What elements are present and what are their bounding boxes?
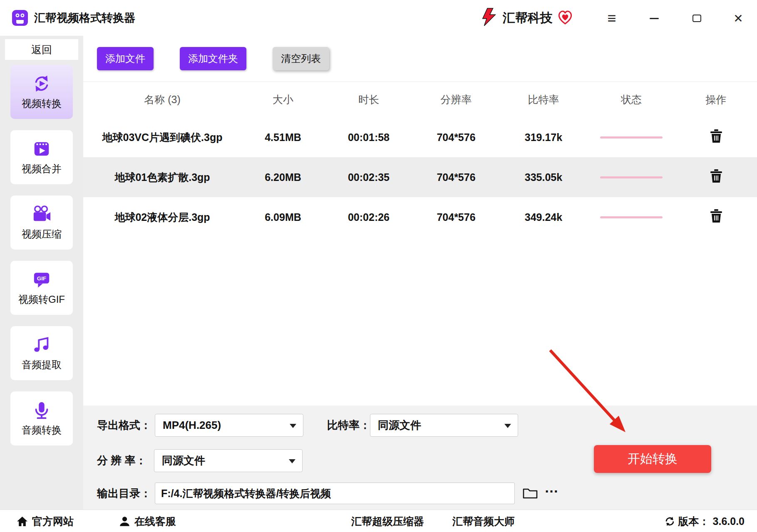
video-merge-icon [32, 139, 51, 158]
clear-list-button[interactable]: 清空列表 [273, 47, 329, 70]
back-button[interactable]: 返回 [5, 39, 78, 60]
file-duration: 00:02:35 [325, 171, 413, 183]
minimize-icon [650, 18, 659, 19]
home-icon [17, 516, 28, 527]
list-empty-space [83, 237, 757, 406]
file-name: 地球01色素扩散.3gp [83, 171, 241, 184]
file-bitrate: 335.05k [499, 171, 588, 183]
column-header-resolution: 分辨率 [413, 93, 499, 106]
file-bitrate: 349.24k [499, 211, 588, 223]
app-window: 汇帮视频格式转换器 汇帮科技 ≡ ✕ 返回 [0, 0, 757, 532]
progress-bar [600, 216, 663, 218]
sidebar-item-label: 音频提取 [22, 358, 62, 371]
sidebar-item-video-compress[interactable]: 视频压缩 [10, 195, 73, 250]
file-bitrate: 319.17k [499, 131, 588, 144]
file-duration: 00:01:58 [325, 131, 413, 144]
sidebar-item-audio-extract[interactable]: 音频提取 [10, 326, 73, 380]
sidebar-item-video-convert[interactable]: 视频转换 [10, 65, 73, 119]
column-header-bitrate: 比特率 [499, 93, 588, 106]
sidebar-item-label: 视频合并 [22, 162, 62, 176]
output-dir-input[interactable] [155, 483, 515, 504]
statusbar: 官方网站 在线客服 汇帮超级压缩器 汇帮音频大师 版本： 3.6.0.0 [0, 510, 757, 532]
export-format-label: 导出格式： [97, 414, 151, 437]
chevron-down-icon [504, 424, 511, 428]
column-header-duration: 时长 [325, 93, 413, 106]
app-logo-icon [12, 10, 28, 26]
add-file-button[interactable]: 添加文件 [97, 47, 154, 70]
main-area: 添加文件 添加文件夹 清空列表 名称 (3) 大小 时长 分辨率 比特率 状态 … [83, 36, 757, 510]
menu-icon[interactable]: ≡ [603, 10, 621, 27]
file-resolution: 704*576 [413, 211, 499, 223]
sidebar-item-video-to-gif[interactable]: GIF 视频转GIF [10, 261, 73, 315]
export-format-select[interactable]: MP4(H.265) [155, 414, 303, 437]
delete-file-button[interactable] [710, 209, 722, 223]
online-service-label: 在线客服 [134, 515, 176, 528]
delete-file-button[interactable] [710, 129, 722, 143]
sidebar: 返回 视频转换 [0, 36, 83, 510]
brand: 汇帮科技 [479, 0, 573, 36]
maximize-button[interactable] [688, 10, 706, 27]
file-duration: 00:02:26 [325, 211, 413, 223]
video-compress-icon [32, 205, 51, 224]
file-resolution: 704*576 [413, 131, 499, 144]
column-header-size: 大小 [241, 93, 325, 106]
trash-icon [710, 129, 722, 143]
column-header-status: 状态 [588, 93, 675, 106]
chevron-down-icon [289, 459, 295, 463]
official-site-label: 官方网站 [32, 515, 74, 528]
trash-icon [710, 209, 722, 223]
brand-name: 汇帮科技 [503, 10, 553, 27]
progress-bar [600, 176, 663, 178]
maximize-icon [692, 15, 701, 22]
resolution-select[interactable]: 同源文件 [154, 449, 303, 472]
file-name: 地球02液体分层.3gp [83, 210, 241, 224]
version-info: 版本： 3.6.0.0 [665, 510, 745, 532]
version-label: 版本： [678, 515, 710, 528]
audio-master-link[interactable]: 汇帮音频大师 [452, 510, 515, 532]
sidebar-item-video-merge[interactable]: 视频合并 [10, 130, 73, 184]
titlebar: 汇帮视频格式转换器 汇帮科技 ≡ ✕ [0, 0, 757, 36]
settings-panel: 导出格式： MP4(H.265) 比特率： 同源文件 分 辨 率： 同源文件 输… [83, 406, 757, 510]
export-format-value: MP4(H.265) [163, 419, 221, 432]
video-convert-icon [32, 74, 51, 93]
super-compressor-link[interactable]: 汇帮超级压缩器 [351, 510, 424, 532]
sidebar-item-label: 音频转换 [22, 423, 62, 437]
output-dir-label: 输出目录： [97, 483, 151, 504]
file-resolution: 704*576 [413, 171, 499, 183]
file-size: 6.09MB [241, 211, 325, 223]
online-service-link[interactable]: 在线客服 [119, 510, 176, 532]
resolution-value: 同源文件 [162, 453, 205, 468]
table-row[interactable]: 地球01色素扩散.3gp 6.20MB 00:02:35 704*576 335… [83, 157, 757, 197]
app-title: 汇帮视频格式转换器 [34, 0, 135, 36]
sidebar-item-label: 视频压缩 [22, 228, 62, 241]
file-size: 4.51MB [241, 131, 325, 144]
bitrate-select[interactable]: 同源文件 [370, 414, 518, 437]
audio-convert-icon [32, 401, 51, 420]
table-row[interactable]: 地球03VC片遇到碘伏.3gp 4.51MB 00:01:58 704*576 … [83, 117, 757, 157]
audio-extract-icon [32, 335, 51, 354]
sidebar-item-audio-convert[interactable]: 音频转换 [10, 391, 73, 445]
more-options-button[interactable]: … [544, 480, 559, 496]
toolbar: 添加文件 添加文件夹 清空列表 [83, 36, 757, 82]
resolution-label: 分 辨 率： [97, 449, 146, 472]
table-header: 名称 (3) 大小 时长 分辨率 比特率 状态 操作 [83, 82, 757, 117]
column-header-action: 操作 [675, 93, 757, 106]
sidebar-item-label: 视频转GIF [18, 293, 65, 306]
official-site-link[interactable]: 官方网站 [17, 510, 74, 532]
open-folder-button[interactable] [523, 487, 538, 500]
brand-lightning-icon [479, 7, 499, 28]
column-header-name: 名称 (3) [83, 93, 241, 106]
delete-file-button[interactable] [710, 169, 722, 183]
close-button[interactable]: ✕ [729, 10, 747, 27]
video-to-gif-icon: GIF [32, 270, 51, 289]
file-name: 地球03VC片遇到碘伏.3gp [83, 131, 241, 144]
progress-bar [600, 136, 663, 139]
svg-text:GIF: GIF [37, 275, 46, 282]
bitrate-value: 同源文件 [378, 418, 421, 433]
start-convert-button[interactable]: 开始转换 [594, 445, 711, 473]
table-row[interactable]: 地球02液体分层.3gp 6.09MB 00:02:26 704*576 349… [83, 197, 757, 237]
add-folder-button[interactable]: 添加文件夹 [180, 47, 246, 70]
minimize-button[interactable] [645, 10, 663, 27]
refresh-icon[interactable] [665, 516, 675, 527]
heart-badge-icon [557, 9, 573, 27]
